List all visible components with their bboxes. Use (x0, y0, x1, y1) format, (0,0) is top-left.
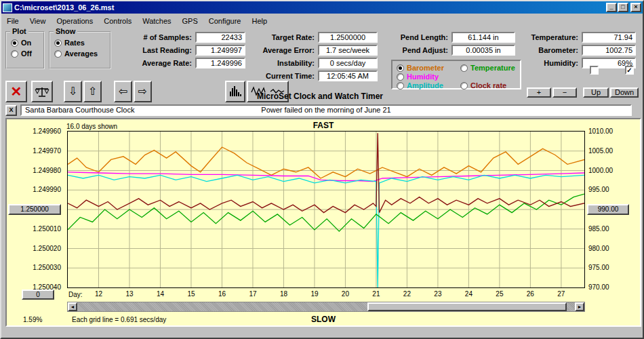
plot-svg (68, 132, 584, 287)
menu-operations[interactable]: Operations (51, 16, 98, 26)
left-axis-label: 1.249970 (7, 147, 64, 155)
stat-label: Pend Length: (389, 33, 451, 41)
close-note-button[interactable]: X (5, 105, 17, 116)
app-icon (3, 3, 12, 12)
stat-value-average-error: 1.7 sec/week (318, 45, 378, 56)
right-axis-label: 1005.00 (587, 147, 639, 155)
plot-group-label: Plot (10, 27, 28, 35)
horizontal-scrollbar[interactable]: ◄ ► (67, 302, 585, 312)
day-axis-label: Day: (68, 291, 83, 298)
day-tick-13: 13 (123, 290, 136, 298)
radio-label: Amplitude (407, 81, 443, 89)
right-axis-label: 985.00 (587, 225, 639, 233)
minus-button[interactable]: − (552, 87, 577, 98)
red-x-icon: ✕ (11, 83, 22, 100)
show-groupbox: Show RatesAverages (49, 31, 111, 69)
plus-button[interactable]: + (527, 87, 551, 98)
menu-gps[interactable]: GPS (177, 16, 203, 26)
stat-label: Average Rate: (115, 59, 195, 67)
stat-row-instability: Instability:0 secs/day (256, 57, 378, 69)
menu-file[interactable]: File (1, 16, 24, 26)
radio-amplitude[interactable]: Amplitude (397, 81, 443, 90)
day-tick-21: 21 (369, 290, 383, 298)
menu-view[interactable]: View (24, 16, 52, 26)
radio-label: Off (21, 49, 32, 58)
day-tick-18: 18 (277, 290, 290, 298)
close-icon[interactable]: × (630, 3, 641, 12)
rate-up-button[interactable]: ⇧ (83, 81, 102, 102)
stat-value-temperature: 71.94 (582, 32, 636, 43)
right-axis-label: 1000.00 (587, 167, 639, 174)
zero-button[interactable]: 0 (22, 290, 54, 300)
maximize-icon[interactable]: □ (618, 3, 628, 12)
day-tick-24: 24 (462, 290, 475, 298)
up-button[interactable]: Up (583, 87, 609, 98)
left-axis-label: 1.250020 (7, 245, 64, 252)
radio-averages[interactable]: Averages (54, 49, 107, 58)
stat-label: Current Time: (256, 72, 318, 80)
app-title: MicroSet Clock and Watch Timer (245, 92, 395, 101)
scrollbar-left-icon[interactable]: ◄ (68, 302, 77, 311)
stat-row-pend-length: Pend Length:61.144 in (389, 31, 515, 43)
delete-button[interactable]: ✕ (5, 81, 27, 102)
down-arrow-icon: ⇩ (68, 86, 77, 97)
left-axis: 1.2499601.2499701.2499801.2499901.250000… (7, 132, 64, 287)
radio-off[interactable]: Off (11, 49, 41, 58)
left-arrow-icon: ⇦ (119, 86, 127, 97)
stat-row-humidity: Humidity:69% (522, 57, 636, 69)
up-arrow-icon: ⇧ (88, 86, 97, 97)
checkbox-unchecked[interactable] (590, 66, 599, 75)
clock-name: Santa Barbara Courthouse Clock (24, 106, 134, 114)
day-tick-20: 20 (338, 290, 352, 298)
scroll-left-button[interactable]: ⇦ (114, 81, 132, 102)
stat-value-pend-adjust: 0.00035 in (451, 45, 515, 56)
slow-label: SLOW (7, 315, 640, 324)
stat-label: # of Samples: (115, 33, 195, 41)
stat-row-of-samples: # of Samples:22433 (115, 31, 245, 43)
day-tick-19: 19 (308, 290, 321, 298)
stat-row-average-rate: Average Rate:1.249996 (115, 57, 245, 69)
radio-temperature[interactable]: Temperature (460, 63, 515, 73)
menu-configure[interactable]: Configure (203, 16, 247, 26)
checkbox-checked[interactable]: ✓ (625, 66, 634, 75)
scroll-right-button[interactable]: ⇨ (134, 81, 152, 102)
menu-controls[interactable]: Controls (98, 16, 137, 26)
plot-group-body: OnOff (7, 33, 43, 61)
scrollbar-right-icon[interactable]: ► (575, 302, 584, 311)
radio-clock-rate[interactable]: Clock rate (460, 81, 506, 90)
stat-row-average-error: Average Error:1.7 sec/week (256, 44, 378, 56)
menu-help[interactable]: Help (247, 16, 273, 26)
left-axis-label: 1.249990 (7, 186, 64, 193)
histogram-button[interactable] (225, 81, 245, 102)
down-button[interactable]: Down (610, 87, 639, 98)
scrollbar-thumb[interactable] (367, 302, 567, 311)
left-axis-label: 1.250030 (7, 264, 64, 271)
right-axis-button[interactable]: 990.00 (587, 204, 629, 215)
stat-row-target-rate: Target Rate:1.2500000 (256, 31, 378, 43)
day-tick-26: 26 (523, 290, 537, 298)
stat-value-pend-length: 61.144 in (451, 32, 515, 43)
radio-humidity[interactable]: Humidity (397, 72, 439, 81)
left-axis-button[interactable]: 1.250000 (8, 204, 61, 215)
description-field[interactable]: Power failed on the morning of June 21 S… (20, 104, 632, 116)
radio-label: Humidity (407, 73, 439, 81)
left-axis-label: 1.249960 (7, 127, 64, 135)
rate-down-button[interactable]: ⇩ (64, 81, 82, 102)
radio-rates[interactable]: Rates (54, 38, 107, 47)
radio-on[interactable]: On (11, 38, 41, 47)
fast-label: FAST (7, 121, 640, 130)
balance-button[interactable] (31, 81, 53, 102)
menu-watches[interactable]: Watches (137, 16, 176, 26)
radio-icon (397, 82, 404, 89)
stat-label: Pend Adjust: (389, 46, 451, 54)
minimize-icon[interactable]: _ (606, 3, 617, 12)
stats-col2: Target Rate:1.2500000Average Error:1.7 s… (256, 31, 378, 83)
series-selector-box: BarometerHumidityAmplitudeTemperatureClo… (391, 60, 521, 89)
show-group-label: Show (54, 27, 77, 35)
stat-label: Humidity: (522, 59, 582, 67)
right-axis-label: 970.00 (587, 283, 639, 291)
radio-icon (460, 82, 468, 89)
radio-barometer[interactable]: Barometer (397, 63, 444, 73)
day-tick-23: 23 (431, 290, 445, 298)
radio-icon (460, 64, 468, 72)
